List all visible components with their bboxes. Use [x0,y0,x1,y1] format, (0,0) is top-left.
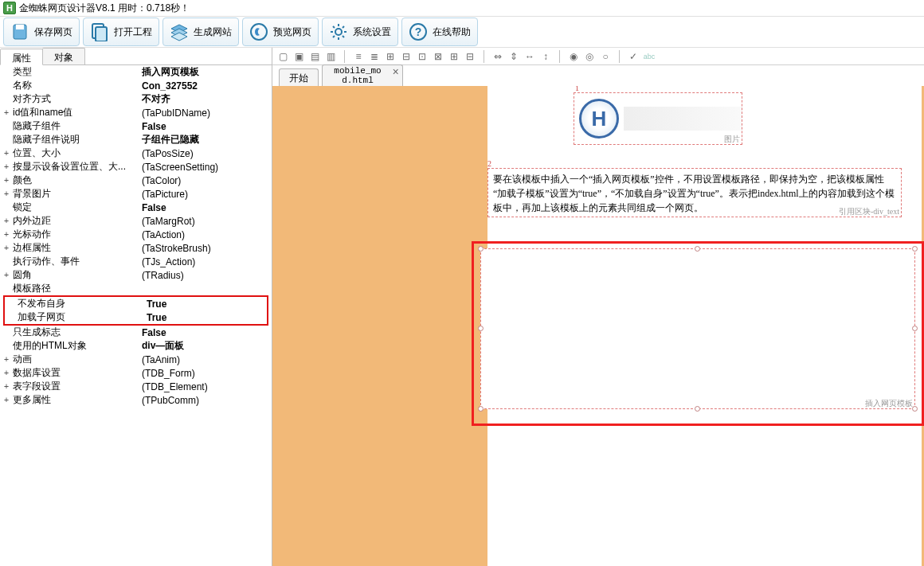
align-icon-1[interactable]: ≡ [351,49,366,64]
resize-handle-nw[interactable] [478,246,484,252]
group-icon-1[interactable]: ◉ [566,49,581,64]
generate-button[interactable]: 生成网站 [162,18,239,46]
property-grid[interactable]: 类型插入网页模板名称Con_327552对齐方式不对齐+id值和name值(Ta… [0,65,272,566]
property-value[interactable]: (TPubComm) [140,395,272,406]
resize-handle-s[interactable] [695,406,700,412]
expand-toggle[interactable]: + [2,271,11,279]
property-row[interactable]: 隐藏子组件说明子组件已隐藏 [0,133,272,146]
property-row[interactable]: +背景图片(TaPicture) [0,187,272,201]
close-icon[interactable]: × [393,67,399,79]
property-row[interactable]: +动画(TaAnim) [0,353,272,366]
help-button[interactable]: ? 在线帮助 [401,18,478,46]
image-component[interactable]: H 图片 [574,92,742,145]
page-surface[interactable]: 1 H 图片 2 要在该模板中插入一个“插入网页模板”控件，不用设置模板路径，即… [487,86,922,566]
expand-toggle[interactable]: + [2,108,11,117]
property-row[interactable]: +边框属性(TaStrokeBrush) [0,241,272,255]
save-button[interactable]: 保存网页 [3,18,80,46]
property-value[interactable]: (TaAnim) [140,354,272,365]
tab-file[interactable]: mobile_mod.html × [322,64,403,86]
property-row[interactable]: 使用的HTML对象div—面板 [0,339,272,353]
property-value[interactable]: (TaStrokeBrush) [140,243,272,254]
resize-handle-e[interactable] [912,326,918,331]
expand-toggle[interactable]: + [2,244,11,252]
property-value[interactable]: (TDB_Element) [140,381,272,392]
align-icon-2[interactable]: ≣ [367,49,382,64]
property-value[interactable]: (TaAction) [140,229,272,240]
template-component[interactable]: 插入网页模板 [480,248,915,409]
property-row[interactable]: 执行动作、事件(TJs_Action) [0,255,272,268]
align-icon-7[interactable]: ⊞ [447,49,461,64]
expand-toggle[interactable]: + [2,396,11,404]
tool-icon-4[interactable]: ▥ [323,49,338,64]
property-row[interactable]: 模板路径 [0,282,272,295]
settings-button[interactable]: 系统设置 [322,18,398,46]
property-value[interactable]: True [145,299,267,310]
resize-handle-se[interactable] [912,406,918,412]
property-row[interactable]: +内外边距(TaMargRot) [0,214,272,228]
property-row[interactable]: 隐藏子组件False [0,119,272,133]
spacing-icon-1[interactable]: ⇔ [491,49,505,64]
misc-icon-1[interactable]: ✓ [626,49,640,64]
property-row[interactable]: 加载子网页True [5,310,267,324]
property-value[interactable]: (TaPicture) [140,189,272,200]
property-row[interactable]: +圆角(TRadius) [0,268,272,282]
group-icon-3[interactable]: ○ [598,49,613,64]
resize-handle-n[interactable] [695,246,700,252]
property-value[interactable]: (TaPosSize) [140,148,272,159]
expand-toggle[interactable]: + [2,355,11,364]
property-value[interactable]: Con_327552 [140,80,272,92]
property-value[interactable]: (TDB_Form) [140,368,272,379]
resize-handle-ne[interactable] [912,246,918,252]
align-icon-8[interactable]: ⊟ [463,49,477,64]
align-icon-3[interactable]: ⊞ [383,49,397,64]
misc-icon-2[interactable]: abc [642,49,656,64]
open-button[interactable]: 打开工程 [83,18,159,46]
property-row[interactable]: 锁定False [0,201,272,214]
property-row[interactable]: 不发布自身True [5,297,267,310]
expand-toggle[interactable]: + [2,382,11,391]
spacing-icon-2[interactable]: ⇕ [507,49,521,64]
expand-toggle[interactable]: + [2,189,11,198]
expand-toggle[interactable]: + [2,176,11,185]
expand-toggle[interactable]: + [2,217,11,225]
property-row[interactable]: +颜色(TaColor) [0,174,272,187]
property-row[interactable]: +更多属性(TPubComm) [0,393,272,407]
preview-button[interactable]: 预览网页 [242,18,319,46]
property-value[interactable]: (TJs_Action) [140,256,272,267]
property-value[interactable]: (TaMargRot) [140,216,272,227]
property-row[interactable]: +表字段设置(TDB_Element) [0,380,272,393]
property-row[interactable]: 对齐方式不对齐 [0,92,272,106]
property-row[interactable]: 类型插入网页模板 [0,65,272,79]
group-icon-2[interactable]: ◎ [582,49,597,64]
expand-toggle[interactable]: + [2,230,11,239]
property-value[interactable]: (TRadius) [140,270,272,281]
expand-toggle[interactable]: + [2,369,11,377]
property-row[interactable]: +id值和name值(TaPubIDName) [0,106,272,119]
tool-icon-1[interactable]: ▢ [276,49,290,64]
text-component[interactable]: 要在该模板中插入一个“插入网页模板”控件，不用设置模板路径，即保持为空，把该模板… [487,168,902,217]
resize-handle-sw[interactable] [478,406,484,412]
align-icon-5[interactable]: ⊡ [415,49,429,64]
expand-toggle[interactable]: + [2,149,11,158]
property-value[interactable]: False [140,121,272,132]
property-value[interactable]: False [140,327,272,338]
tab-attributes[interactable]: 属性 [0,49,43,65]
property-value[interactable]: (TaScreenSetting) [140,162,272,173]
property-row[interactable]: 名称Con_327552 [0,79,272,92]
property-row[interactable]: +数据库设置(TDB_Form) [0,366,272,380]
property-value[interactable]: True [145,312,267,323]
property-value[interactable]: 不对齐 [140,92,272,106]
property-value[interactable]: div—面板 [140,339,272,353]
property-row[interactable]: +位置、大小(TaPosSize) [0,146,272,160]
align-icon-6[interactable]: ⊠ [431,49,445,64]
property-value[interactable]: 子组件已隐藏 [140,133,272,146]
expand-toggle[interactable]: + [2,162,11,171]
tool-icon-2[interactable]: ▣ [292,49,306,64]
property-value[interactable]: (TaPubIDName) [140,107,272,119]
resize-handle-w[interactable] [478,326,484,331]
property-row[interactable]: +光标动作(TaAction) [0,228,272,241]
tab-objects[interactable]: 对象 [42,48,85,64]
tab-start[interactable]: 开始 [279,68,319,86]
design-canvas[interactable]: 1 H 图片 2 要在该模板中插入一个“插入网页模板”控件，不用设置模板路径，即… [272,86,924,566]
property-value[interactable]: False [140,202,272,213]
